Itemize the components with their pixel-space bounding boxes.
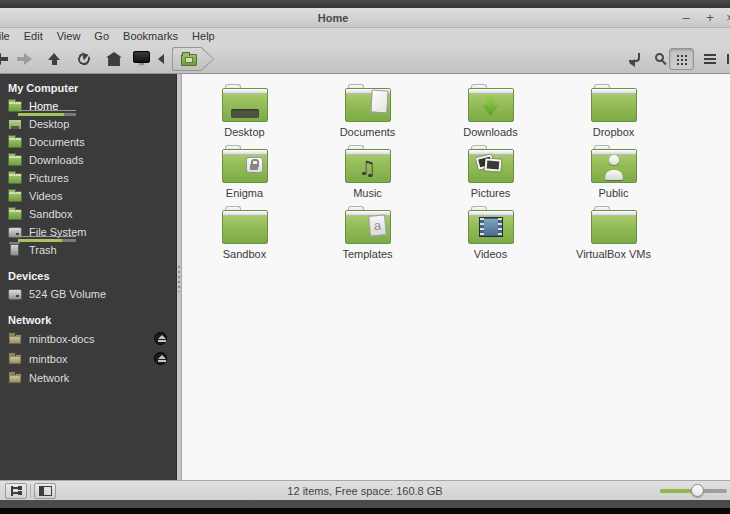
folder-icon [468,88,514,122]
file-icon-music[interactable]: Music [306,143,429,204]
toggle-location-entry-button[interactable] [622,48,646,70]
window-titlebar[interactable]: Home – + × [0,8,730,28]
icon-view-button[interactable] [669,48,694,70]
search-icon [655,53,664,62]
sidebar-item-desktop[interactable]: Desktop [0,115,176,133]
refresh-button[interactable] [72,48,96,70]
sidebar-item-home[interactable]: Home [0,97,176,115]
sidebar-item-network[interactable]: Network [0,369,176,387]
minimize-button[interactable]: – [678,8,694,28]
icon-view-icon [676,54,687,65]
menu-edit[interactable]: Edit [17,28,50,45]
sidebar-header-my-computer: My Computer [0,79,176,97]
folder-icon [8,137,22,148]
home-folder-icon [181,54,197,66]
screen: Home – + × File Edit View Go Bookmarks H… [0,0,730,514]
back-button[interactable] [0,48,12,70]
sidebar-item-downloads[interactable]: Downloads [0,151,176,169]
file-view: Desktop Documents Downloads Dropbox Enig… [182,74,730,480]
network-folder-icon [8,373,22,384]
list-view-button[interactable] [698,48,722,70]
folder-icon [591,149,637,183]
back-icon [0,53,8,65]
trash-icon [10,244,19,256]
chevron-left-icon [158,54,164,64]
up-icon [47,53,62,65]
section-gap [0,303,176,311]
menu-file[interactable]: File [0,28,17,45]
hide-breadcrumbs-button[interactable] [154,48,168,70]
forward-button[interactable] [12,48,36,70]
desktop-top-strip [0,0,730,8]
up-button[interactable] [42,48,66,70]
file-icon-desktop[interactable]: Desktop [183,82,306,143]
icon-grid: Desktop Documents Downloads Dropbox Enig… [182,74,730,265]
sidebar: My Computer Home Desktop Documents Downl… [0,74,176,480]
file-icon-documents[interactable]: Documents [306,82,429,143]
maximize-button[interactable]: + [702,8,718,28]
sidebar-item-videos[interactable]: Videos [0,187,176,205]
home-icon [106,52,122,66]
breadcrumb[interactable] [172,47,214,71]
folder-icon [222,149,268,183]
search-button[interactable] [646,48,670,70]
folder-icon [591,210,637,244]
sidebar-item-sandbox[interactable]: Sandbox [0,205,176,223]
zoom-slider[interactable] [660,489,727,493]
file-icon-sandbox[interactable]: Sandbox [183,204,306,265]
menu-view[interactable]: View [50,28,88,45]
status-text: 12 items, Free space: 160.8 GB [0,481,730,501]
home-button[interactable] [102,48,126,70]
folder-icon [8,209,22,220]
forward-icon [17,53,32,65]
sidebar-item-trash[interactable]: Trash [0,241,176,259]
eject-button[interactable] [154,352,167,365]
computer-button[interactable] [129,48,153,70]
menu-row: File Edit View Go Bookmarks Help [0,28,222,45]
location-entry-icon [629,53,640,62]
sidebar-item-pictures[interactable]: Pictures [0,169,176,187]
sidebar-item-mintbox-docs[interactable]: mintbox-docs [0,329,176,349]
menu-bookmarks[interactable]: Bookmarks [116,28,185,45]
desktop-bottom-strip [0,508,730,514]
computer-icon [133,51,150,63]
zoom-slider-handle[interactable] [691,484,704,497]
toolbar [0,45,730,74]
folder-icon [468,210,514,244]
network-folder-icon [8,354,22,365]
folder-icon [345,149,391,183]
sidebar-item-documents[interactable]: Documents [0,133,176,151]
file-icon-public[interactable]: Public [552,143,675,204]
menu-help[interactable]: Help [185,28,222,45]
sidebar-item-file-system[interactable]: File System [0,223,176,241]
folder-icon [345,88,391,122]
folder-icon [468,149,514,183]
folder-icon [345,210,391,244]
menubar: File Edit View Go Bookmarks Help [0,28,730,45]
file-icon-dropbox[interactable]: Dropbox [552,82,675,143]
folder-icon [8,173,22,184]
compact-view-button[interactable] [721,48,730,70]
list-view-icon [704,54,716,64]
file-icon-virtualbox-vms[interactable]: VirtualBox VMs [552,204,675,265]
folder-icon [8,191,22,202]
file-icon-downloads[interactable]: Downloads [429,82,552,143]
menu-go[interactable]: Go [87,28,116,45]
file-icon-enigma[interactable]: Enigma [183,143,306,204]
window-title: Home [0,8,730,28]
section-gap [0,259,176,267]
file-icon-pictures[interactable]: Pictures [429,143,552,204]
refresh-icon [76,51,91,66]
sidebar-item-524-gb-volume[interactable]: 524 GB Volume [0,285,176,303]
sidebar-item-mintbox[interactable]: mintbox [0,349,176,369]
file-icon-videos[interactable]: Videos [429,204,552,265]
network-folder-icon [8,334,22,345]
close-button[interactable]: × [722,8,730,28]
statusbar: 12 items, Free space: 160.8 GB [0,480,730,500]
eject-button[interactable] [154,332,167,345]
sidebar-header-network: Network [0,311,176,329]
file-icon-templates[interactable]: Templates [306,204,429,265]
folder-icon [8,155,22,166]
drive-icon [8,289,22,300]
folder-icon [222,210,268,244]
